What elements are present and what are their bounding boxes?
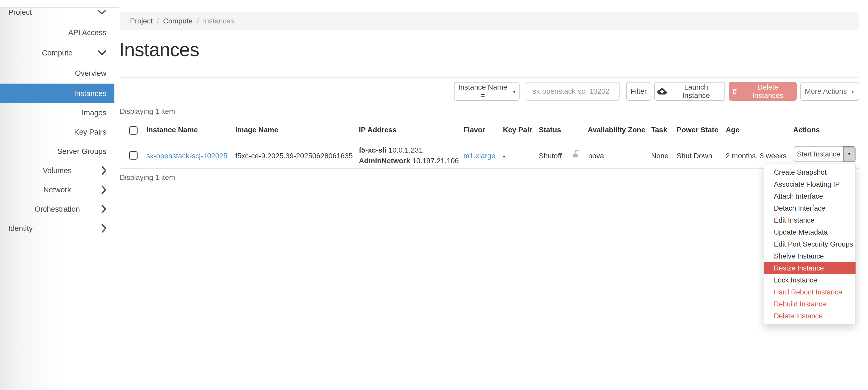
sidebar-item-label: Overview (75, 69, 106, 78)
ip-value: 10.0.1.231 (389, 146, 423, 154)
table-header-divider (120, 137, 859, 137)
row-actions: Start Instance ▼ (794, 146, 856, 162)
menu-item-delete-instance[interactable]: Delete Instance (764, 310, 856, 322)
row-checkbox[interactable] (129, 151, 137, 160)
more-actions-button[interactable]: More Actions ▼ (800, 82, 859, 101)
chevron-right-icon (101, 204, 106, 214)
sidebar-item-images[interactable]: Images (0, 103, 115, 122)
chevron-right-icon (101, 224, 106, 233)
column-header-flavor[interactable]: Flavor (463, 126, 485, 134)
network-label: f5-xc-sli (359, 146, 386, 154)
column-header-instance-name[interactable]: Instance Name (146, 126, 198, 134)
caret-down-icon: ▼ (512, 89, 517, 94)
start-instance-button[interactable]: Start Instance (794, 146, 843, 162)
trash-icon (731, 87, 738, 95)
search-input[interactable] (526, 82, 620, 101)
column-header-task[interactable]: Task (651, 126, 667, 134)
column-header-age[interactable]: Age (726, 126, 740, 134)
chevron-down-icon (97, 50, 106, 56)
unlock-icon (571, 149, 581, 160)
caret-down-icon: ▼ (847, 152, 851, 157)
ip-address-cell: f5-xc-sli 10.0.1.231 AdminNetwork 10.197… (359, 145, 459, 166)
key-pair-cell: - (503, 152, 505, 160)
filter-button[interactable]: Filter (626, 82, 651, 101)
column-header-image-name[interactable]: Image Name (235, 126, 278, 134)
instance-actions-menu: Create SnapshotAssociate Floating IPAtta… (764, 164, 856, 325)
menu-item-resize-instance[interactable]: Resize Instance (764, 262, 856, 274)
sidebar-item-compute[interactable]: Compute (0, 43, 115, 63)
sidebar-item-instances[interactable]: Instances (0, 84, 115, 103)
task-cell: None (651, 152, 669, 160)
sidebar-item-label: Identity (8, 224, 33, 233)
breadcrumb-separator: / (197, 17, 199, 25)
sidebar-item-volumes[interactable]: Volumes (0, 161, 115, 180)
more-actions-label: More Actions (805, 87, 847, 95)
sidebar-item-orchestration[interactable]: Orchestration (0, 199, 115, 219)
sidebar-item-label: Compute (42, 49, 72, 57)
flavor-link[interactable]: m1.xlarge (463, 152, 495, 160)
page-title: Instances (119, 38, 199, 61)
instance-name-link[interactable]: sk-openstack-scj-102025 (146, 152, 227, 160)
menu-item-create-snapshot[interactable]: Create Snapshot (764, 166, 856, 178)
image-name-cell: f5xc-ce-9.2025.39-20250628061635 (235, 152, 352, 160)
delete-instances-label: Delete Instances (742, 83, 794, 100)
sidebar-item-key-pairs[interactable]: Key Pairs (0, 122, 115, 142)
sidebar-item-label: Images (82, 109, 106, 117)
delete-instances-button[interactable]: Delete Instances (728, 82, 797, 101)
chevron-down-icon (97, 9, 106, 15)
title-divider (120, 77, 859, 78)
chevron-right-icon (101, 185, 106, 194)
cloud-upload-icon (657, 88, 667, 95)
sidebar-item-identity[interactable]: Identity (0, 218, 115, 238)
column-header-ip-address[interactable]: IP Address (359, 126, 397, 134)
launch-instance-label: Launch Instance (670, 83, 722, 100)
sidebar-item-label: Project (8, 8, 32, 17)
table-row-divider (120, 168, 859, 169)
sidebar-item-label: Server Groups (57, 147, 106, 156)
caret-down-icon: ▼ (850, 89, 855, 94)
sidebar-item-label: Orchestration (35, 205, 80, 214)
sidebar-item-label: Instances (74, 89, 106, 98)
column-header-power-state[interactable]: Power State (677, 126, 718, 134)
chevron-right-icon (101, 166, 106, 175)
menu-item-detach-interface[interactable]: Detach Interface (764, 202, 856, 214)
column-header-availability-zone[interactable]: Availability Zone (588, 126, 645, 134)
menu-item-update-metadata[interactable]: Update Metadata (764, 226, 856, 238)
menu-item-shelve-instance[interactable]: Shelve Instance (764, 250, 856, 262)
menu-item-attach-interface[interactable]: Attach Interface (764, 190, 856, 202)
sidebar-item-server-groups[interactable]: Server Groups (0, 141, 115, 161)
breadcrumb-item-compute[interactable]: Compute (163, 17, 193, 25)
ip-value: 10.197.21.106 (412, 157, 459, 165)
network-label: AdminNetwork (359, 157, 410, 165)
breadcrumb-separator: / (157, 17, 159, 25)
breadcrumb-item-project[interactable]: Project (130, 17, 153, 25)
menu-item-edit-port-security-groups[interactable]: Edit Port Security Groups (764, 238, 856, 250)
age-cell: 2 months, 3 weeks (726, 152, 786, 160)
sidebar-item-label: Network (43, 186, 71, 194)
sidebar: ProjectAPI AccessComputeOverviewInstance… (0, 0, 115, 390)
breadcrumb: Project/Compute/Instances (120, 12, 859, 30)
start-instance-dropdown-toggle[interactable]: ▼ (843, 146, 856, 162)
column-header-key-pair[interactable]: Key Pair (503, 126, 532, 134)
select-all-checkbox[interactable] (129, 126, 137, 135)
menu-item-edit-instance[interactable]: Edit Instance (764, 214, 856, 226)
menu-item-lock-instance[interactable]: Lock Instance (764, 274, 856, 286)
status-cell: Shutoff (539, 152, 562, 160)
column-header-actions[interactable]: Actions (793, 126, 820, 134)
launch-instance-button[interactable]: Launch Instance (654, 82, 725, 101)
sidebar-item-network[interactable]: Network (0, 180, 115, 200)
breadcrumb-item-instances: Instances (203, 17, 234, 25)
menu-item-associate-floating-ip[interactable]: Associate Floating IP (764, 178, 856, 190)
column-header-status[interactable]: Status (539, 126, 561, 134)
menu-item-hard-reboot-instance[interactable]: Hard Reboot Instance (764, 286, 856, 298)
filter-field-dropdown[interactable]: Instance Name = ▼ (454, 82, 520, 101)
instances-page: ProjectAPI AccessComputeOverviewInstance… (0, 0, 868, 390)
item-count-top: Displaying 1 item (120, 107, 175, 116)
filter-field-label: Instance Name = (457, 83, 508, 100)
availability-zone-cell: nova (588, 152, 604, 160)
sidebar-item-overview[interactable]: Overview (0, 63, 115, 83)
sidebar-item-label: Key Pairs (74, 128, 106, 136)
sidebar-item-label: API Access (68, 28, 106, 37)
menu-item-rebuild-instance[interactable]: Rebuild Instance (764, 298, 856, 310)
sidebar-item-api-access[interactable]: API Access (0, 23, 115, 43)
